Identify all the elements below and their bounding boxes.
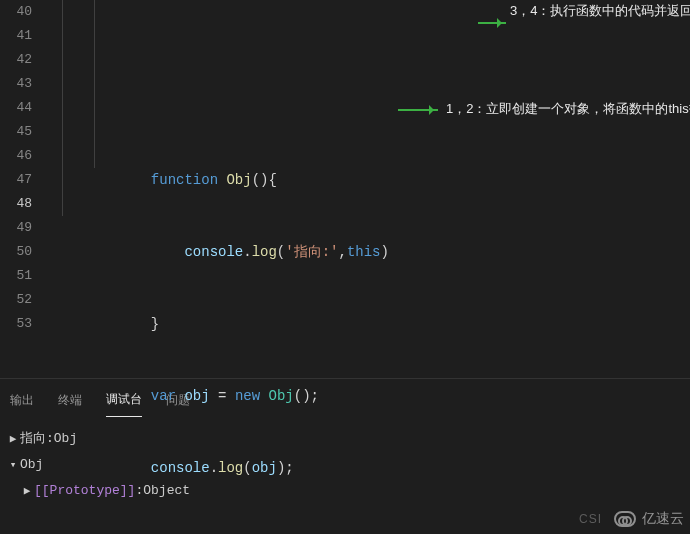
keyword-function: function (151, 172, 218, 188)
line-number: 43 (0, 72, 32, 96)
paren-open: ( (277, 244, 285, 260)
annotation-text: 3，4：执行函数中的代码并返回 (510, 2, 690, 20)
annotation-text: 1，2：立即创建一个对象，将函数中的this指向这个对象 (446, 100, 690, 118)
line-number: 52 (0, 288, 32, 312)
cloud-icon (614, 511, 636, 527)
line-number: 42 (0, 48, 32, 72)
watermark-text: CSI (579, 512, 602, 526)
equals: = (218, 388, 226, 404)
line-number: 50 (0, 240, 32, 264)
line-number: 44 (0, 96, 32, 120)
semicolon: ; (311, 388, 319, 404)
line-number: 46 (0, 144, 32, 168)
line-number: 40 (0, 0, 32, 24)
keyword-var: var (151, 388, 176, 404)
identifier-obj: obj (184, 388, 209, 404)
code-line[interactable]: } (50, 312, 690, 336)
line-number: 51 (0, 264, 32, 288)
code-area[interactable]: function Obj(){ console.log('指向:',this) … (50, 0, 690, 378)
line-number: 53 (0, 312, 32, 336)
code-line[interactable]: var obj = new Obj(); (50, 384, 690, 408)
paren-open: ( (294, 388, 302, 404)
dot: . (243, 244, 251, 260)
keyword-new: new (235, 388, 260, 404)
arrow-icon (478, 22, 506, 24)
code-line[interactable]: console.log(obj); (50, 456, 690, 480)
method-log: log (218, 460, 243, 476)
paren-open: ( (252, 172, 260, 188)
string-literal: '指向:' (285, 244, 338, 260)
line-number-gutter: 40 41 42 43 44 45 46 47 48 49 50 51 52 5… (0, 0, 50, 378)
brace-close: } (151, 316, 159, 332)
keyword-this: this (347, 244, 381, 260)
expand-caret-icon[interactable]: ▶ (6, 426, 20, 452)
paren-close: ) (302, 388, 310, 404)
identifier-console: console (151, 460, 210, 476)
brace-open: { (268, 172, 276, 188)
code-line[interactable] (50, 528, 690, 534)
code-line[interactable]: function Obj(){ (50, 168, 690, 192)
paren-close: ) (381, 244, 389, 260)
semicolon: ; (285, 460, 293, 476)
line-number: 49 (0, 216, 32, 240)
collapse-caret-icon[interactable]: ▾ (6, 452, 20, 478)
watermark-brand: 亿速云 (642, 510, 684, 528)
arrow-icon (398, 109, 438, 111)
identifier-console: console (184, 244, 243, 260)
line-number: 41 (0, 24, 32, 48)
code-line[interactable]: console.log('指向:',this) (50, 240, 690, 264)
console-object[interactable]: Obj (20, 452, 43, 478)
class-name: Obj (269, 388, 294, 404)
console-text: 指向: (20, 426, 54, 452)
line-number: 45 (0, 120, 32, 144)
dot: . (210, 460, 218, 476)
function-name: Obj (226, 172, 251, 188)
line-number-current: 48 (0, 192, 32, 216)
indent-guide (94, 0, 95, 168)
method-log: log (252, 244, 277, 260)
identifier-obj: obj (252, 460, 277, 476)
comma: , (338, 244, 346, 260)
code-editor[interactable]: 40 41 42 43 44 45 46 47 48 49 50 51 52 5… (0, 0, 690, 378)
line-number: 47 (0, 168, 32, 192)
paren-open: ( (243, 460, 251, 476)
watermark: CSI 亿速云 (579, 510, 684, 528)
expand-caret-icon[interactable]: ▶ (20, 478, 34, 504)
tab-output[interactable]: 输出 (10, 390, 34, 417)
